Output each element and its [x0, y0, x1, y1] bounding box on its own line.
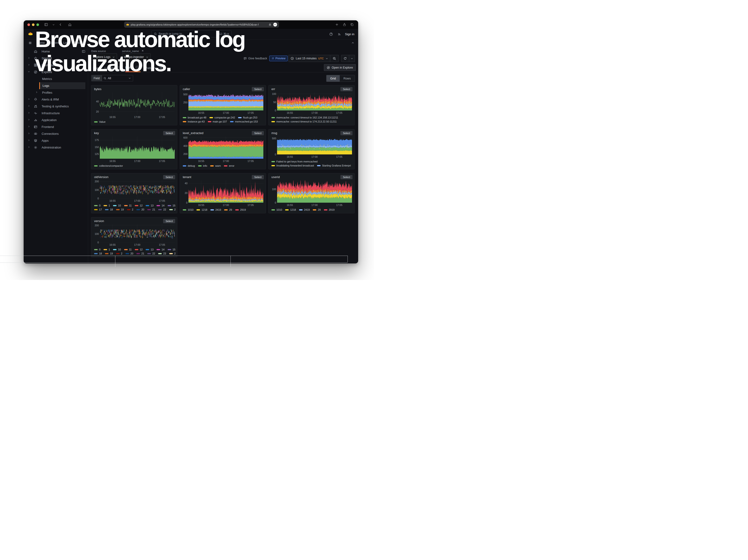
sidebar-item-alerts-irm[interactable]: Alerts & IRM	[24, 96, 88, 103]
legend-item[interactable]: 23	[158, 252, 166, 255]
chart-msg[interactable]: 5000	[277, 137, 352, 155]
give-feedback-button[interactable]: Give feedback	[243, 55, 267, 62]
legend-item[interactable]: 15	[168, 204, 176, 207]
chart-tenant[interactable]: 40200	[188, 181, 263, 203]
legend-item[interactable]: 2919	[324, 208, 334, 212]
sidebar-item-administration[interactable]: Administration	[24, 144, 88, 151]
legend-item[interactable]: 1218	[285, 208, 296, 212]
select-button[interactable]: Select	[341, 175, 352, 179]
legend-item[interactable]: 2419	[210, 208, 221, 212]
chevron-right-icon[interactable]	[28, 125, 30, 128]
legend-item[interactable]: 18	[105, 208, 113, 211]
help-icon[interactable]	[329, 32, 333, 36]
legend-item[interactable]: 11	[124, 248, 132, 251]
rows-toggle[interactable]: Rows	[340, 75, 355, 81]
legend-item[interactable]: 14	[157, 248, 164, 251]
legend-item[interactable]: Starting Grafana Enterpri	[317, 164, 351, 167]
legend-item[interactable]: 20	[136, 208, 144, 211]
new-tab-icon[interactable]	[335, 23, 338, 26]
legend-item[interactable]: 2	[116, 252, 122, 255]
chevron-down-icon[interactable]	[52, 23, 55, 26]
legend-item[interactable]: 10	[113, 204, 121, 207]
sign-in-button[interactable]: Sign in	[345, 32, 354, 36]
legend-item[interactable]: 18	[94, 252, 102, 255]
sidebar-item-frontend[interactable]: Frontend	[24, 123, 88, 130]
chevron-right-icon[interactable]	[28, 64, 30, 66]
chevron-right-icon[interactable]	[28, 105, 30, 107]
chart-key[interactable]: 175150125	[100, 137, 175, 159]
legend-item[interactable]: 1010	[272, 208, 282, 212]
legend-item[interactable]: 29	[224, 208, 232, 212]
legend-item[interactable]: memcached.go:153	[230, 120, 258, 123]
field-filter-select[interactable]: All	[101, 75, 133, 81]
legend-item[interactable]: 2419	[299, 208, 310, 212]
legend-item[interactable]: memcache: connect timeout to 162.134.158…	[272, 116, 338, 119]
sidebar-item-apps[interactable]: Apps	[24, 137, 88, 144]
legend-item[interactable]: Invalidating forwarded broadcast	[272, 164, 314, 167]
legend-item[interactable]: 11	[124, 204, 132, 207]
legend-item[interactable]: compactor.go:242	[209, 116, 235, 119]
legend-item[interactable]: 1010	[183, 208, 193, 212]
sidebar-item-profiles[interactable]: Profiles	[24, 89, 88, 96]
chart-err[interactable]: 100500	[277, 92, 352, 111]
zoom-out-icon[interactable]	[333, 57, 336, 60]
legend-item[interactable]: 12	[135, 248, 143, 251]
chevron-down-icon[interactable]	[28, 70, 30, 73]
browser-home-icon[interactable]	[68, 23, 72, 26]
legend-item[interactable]: 19	[105, 252, 113, 255]
legend-item[interactable]: 21	[136, 252, 144, 255]
chevron-right-icon[interactable]	[28, 118, 30, 121]
legend-item[interactable]: 21	[147, 208, 155, 211]
open-in-explore-button[interactable]: Open in Explore	[324, 64, 356, 71]
legend-item[interactable]: 2919	[235, 208, 246, 212]
select-button[interactable]: Select	[163, 219, 175, 223]
collapse-icon[interactable]	[351, 41, 354, 44]
sidebar-item-infrastructure[interactable]: Infrastructure	[24, 110, 88, 117]
legend-item[interactable]: memcache: connect timeout to 174.213.22.…	[272, 120, 337, 123]
legend-item[interactable]: error	[224, 164, 234, 168]
select-button[interactable]: Select	[252, 87, 264, 91]
legend-item[interactable]: 19	[116, 208, 124, 211]
legend-item[interactable]: main.go:107	[208, 120, 227, 123]
sidebar-item-connections[interactable]: Connections	[24, 130, 88, 137]
chart-caller[interactable]: 500250	[188, 92, 263, 111]
legend-item[interactable]: 1	[103, 204, 110, 207]
legend-item[interactable]: debug	[183, 164, 195, 168]
legend-item[interactable]: flush.go:253	[238, 116, 257, 119]
select-button[interactable]: Select	[341, 131, 352, 135]
chart-bytes[interactable]: 4020	[100, 92, 175, 115]
back-icon[interactable]	[59, 23, 62, 26]
legend-item[interactable]: warn	[210, 164, 221, 168]
legend-item[interactable]: 22	[147, 252, 155, 255]
legend-item[interactable]: 29	[313, 208, 321, 212]
select-button[interactable]: Select	[341, 87, 352, 91]
legend-item[interactable]: info	[198, 164, 207, 168]
select-button[interactable]: Select	[252, 175, 264, 179]
chevron-right-icon[interactable]	[28, 112, 30, 114]
legend-item[interactable]: broadcast.go:48	[183, 116, 206, 119]
select-button[interactable]: Select	[252, 131, 264, 135]
traffic-light-minimize[interactable]	[32, 23, 34, 26]
legend-item[interactable]: 15	[168, 248, 176, 251]
legend-item[interactable]: instance.go:43	[183, 120, 205, 123]
legend-item[interactable]: 10	[113, 248, 121, 251]
legend-item[interactable]: collectors/compactor	[94, 164, 123, 168]
chart-userid[interactable]: 1000	[277, 181, 352, 203]
chevron-right-icon[interactable]	[28, 146, 30, 148]
chart-oldVersion[interactable]: 2001000	[100, 181, 175, 199]
legend-item[interactable]: Failed to get keys from memcached	[272, 160, 318, 163]
page-settings-icon[interactable]: •••	[273, 23, 277, 26]
refresh-interval-caret[interactable]	[351, 57, 353, 60]
legend-item[interactable]: 24	[169, 252, 176, 255]
legend-item[interactable]: 13	[146, 248, 154, 251]
sidebar-item-testing-synthetics[interactable]: Testing & synthetics	[24, 103, 88, 110]
legend-item[interactable]: Value	[94, 120, 106, 124]
chevron-right-icon[interactable]	[36, 91, 38, 93]
traffic-light-zoom[interactable]	[37, 23, 39, 26]
sidebar-item-logs[interactable]: Logs	[24, 82, 88, 89]
select-button[interactable]: Select	[163, 131, 175, 135]
sidebar-toggle-icon[interactable]	[44, 23, 48, 26]
grid-toggle[interactable]: Grid	[326, 75, 340, 81]
legend-item[interactable]: 0	[94, 204, 100, 207]
news-icon[interactable]	[337, 32, 341, 36]
